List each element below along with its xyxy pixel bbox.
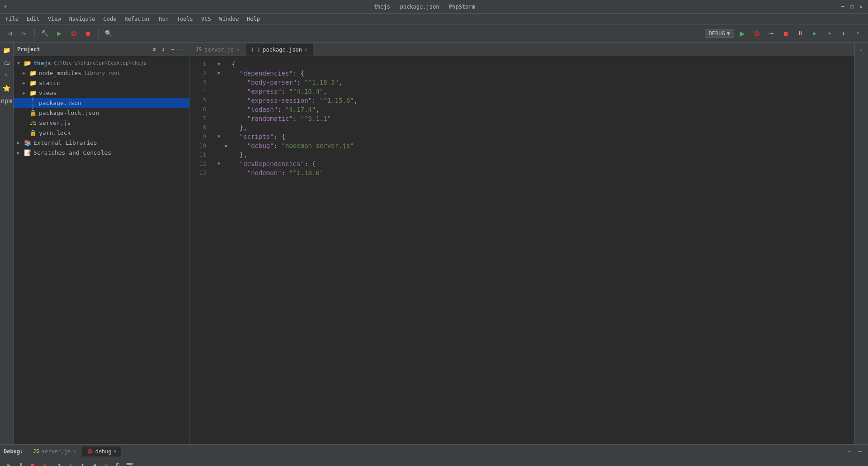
toolbar-search-button[interactable]: 🔍 [102, 27, 115, 40]
fold-1[interactable]: ▼ [217, 60, 225, 69]
debug-debug-button[interactable]: 🐞 [750, 27, 763, 40]
debug-tab-server-js[interactable]: JS server.js × [28, 447, 80, 456]
sidebar-npm-icon[interactable]: npm [1, 95, 13, 107]
debug-stop-button[interactable]: ■ [27, 460, 38, 466]
menu-item-vcs[interactable]: VCS [198, 15, 215, 23]
main-layout: 📁 🗂 ⑂ ⭐ npm Project ⚙ ↕ ⋯ ─ ▼ 📂 thejs C:… [0, 43, 868, 444]
code-editor[interactable]: ▼ { ▼ "dependencies": { "body-parser": "… [210, 56, 854, 444]
minimize-button[interactable]: ─ [839, 3, 846, 10]
views-arrow: ▶ [23, 90, 29, 95]
fold-2[interactable]: ▼ [217, 69, 225, 78]
menu-item-tools[interactable]: Tools [173, 15, 197, 23]
scratches-icon: 📝 [24, 149, 32, 156]
step-over-button[interactable]: ↷ [823, 27, 835, 40]
maximize-button[interactable]: □ [848, 3, 855, 10]
sidebar-structure-icon[interactable]: 🗂 [1, 57, 13, 69]
debug-step-out-button[interactable]: ↑ [77, 460, 88, 466]
sidebar-project-icon[interactable]: 📁 [1, 44, 13, 56]
file-tree-title: Project [17, 46, 150, 52]
tree-item-server-js[interactable]: JS server.js [14, 118, 189, 128]
code-text-1: { [232, 60, 236, 69]
run-10[interactable]: ▶ [225, 141, 232, 150]
tree-item-static[interactable]: ▶ 📁 static [14, 78, 189, 88]
toolbar-build-button[interactable]: 🔨 [38, 27, 51, 40]
menu-item-window[interactable]: Window [216, 15, 242, 23]
toolbar-debug-button[interactable]: 🐞 [67, 27, 80, 40]
debug-step-into-button[interactable]: ↓ [66, 460, 76, 466]
ext-libs-icon: 📚 [24, 139, 32, 146]
right-panel: ✓ [854, 43, 868, 444]
pause-button[interactable]: ⏸ [794, 27, 807, 40]
sidebar-vcs-icon[interactable]: ⑂ [1, 70, 13, 81]
code-line-2: ▼ "dependencies": { [217, 69, 854, 78]
debug-pause-button[interactable]: ⏸ [15, 460, 26, 466]
code-text-7: "randomatic": "^3.1.1" [232, 114, 331, 123]
tree-item-package-json[interactable]: { } package.json [14, 98, 189, 108]
debug-tab-server-js-close[interactable]: × [73, 449, 76, 454]
close-button[interactable]: × [857, 3, 864, 10]
toolbar-run-button[interactable]: ▶ [53, 27, 66, 40]
tab-server-js-icon: JS [196, 47, 202, 52]
server-js-name: server.js [39, 119, 71, 126]
file-tree-expand-button[interactable]: ↕ [159, 45, 168, 54]
tab-package-json-close[interactable]: × [305, 47, 307, 52]
code-text-13: "nodemon": "^1.18.6" [232, 168, 323, 177]
debug-run-to-cursor-button[interactable]: ⇥ [89, 460, 100, 466]
debug-camera-button[interactable]: 📷 [124, 460, 135, 466]
app-icon: ⚡ [4, 3, 7, 10]
line-num-4: 4 [190, 87, 206, 96]
line-num-3: 3 [190, 78, 206, 87]
debug-tab-debug[interactable]: 🐞 debug × [82, 447, 121, 456]
debug-minimize-button[interactable]: ─ [855, 447, 864, 456]
run-debug-button[interactable]: ▶ [736, 27, 749, 40]
toolbar-forward-button[interactable]: ▷ [18, 27, 31, 40]
debug-configuration[interactable]: DEBUG ▼ [705, 29, 734, 38]
tree-root[interactable]: ▼ 📂 thejs C:\Users\shinelon\Desktop\thej… [14, 58, 189, 68]
menu-item-code[interactable]: Code [100, 15, 120, 23]
fold-12[interactable]: ▼ [217, 159, 225, 168]
tab-package-json[interactable]: { } package.json × [245, 43, 313, 56]
views-icon: 📁 [29, 90, 37, 96]
menu-item-view[interactable]: View [44, 15, 65, 23]
toolbar-stop-button[interactable]: ■ [82, 27, 94, 40]
file-tree-gear-button[interactable]: ⋯ [168, 45, 177, 54]
editor-tabs: JS server.js × { } package.json × [190, 43, 854, 56]
line-num-7: 7 [190, 114, 206, 123]
menu-item-file[interactable]: File [2, 15, 22, 23]
step-out-button[interactable]: ↑ [852, 27, 864, 40]
debug-restart-button[interactable]: ↺ [39, 460, 50, 466]
sidebar-favorites-icon[interactable]: ⭐ [1, 82, 13, 94]
tab-server-js-close[interactable]: × [236, 47, 239, 52]
run-more-button[interactable]: ⋯ [765, 27, 778, 40]
debug-tab-debug-close[interactable]: × [114, 449, 117, 454]
views-name: views [39, 90, 57, 96]
fold-9[interactable]: ▼ [217, 132, 225, 141]
debug-step-over-button[interactable]: ↷ [54, 460, 65, 466]
right-panel-check-icon[interactable]: ✓ [856, 44, 867, 55]
root-arrow: ▼ [17, 61, 24, 66]
stop-button[interactable]: ■ [779, 27, 792, 40]
debug-evaluate-button[interactable]: ≡ [101, 460, 112, 466]
file-tree-settings-button[interactable]: ⚙ [150, 45, 159, 54]
tree-item-external-libraries[interactable]: ▶ 📚 External Libraries [14, 138, 189, 147]
tree-item-package-lock[interactable]: 🔒 package-lock.json [14, 108, 189, 118]
menu-item-run[interactable]: Run [155, 15, 172, 23]
menu-item-navigate[interactable]: Navigate [66, 15, 99, 23]
tree-item-yarn-lock[interactable]: 🔒 yarn.lock [14, 128, 189, 138]
tree-item-scratches[interactable]: ▶ 📝 Scratches and Consoles [14, 147, 189, 157]
debug-more-button[interactable]: ⋯ [844, 447, 854, 456]
step-into-button[interactable]: ↓ [837, 27, 850, 40]
file-tree-minimize-button[interactable]: ─ [177, 45, 186, 54]
toolbar-back-button[interactable]: ◁ [4, 27, 16, 40]
menu-item-help[interactable]: Help [243, 15, 264, 23]
tab-server-js[interactable]: JS server.js × [190, 43, 245, 56]
resume-button[interactable]: ▶ [808, 27, 821, 40]
menu-item-refactor[interactable]: Refactor [121, 15, 154, 23]
tree-item-node-modules[interactable]: ▶ 📁 node_modules library root [14, 68, 189, 78]
tree-item-views[interactable]: ▶ 📁 views [14, 88, 189, 98]
menu-item-edit[interactable]: Edit [23, 15, 43, 23]
toolbar-separator-2 [98, 29, 99, 38]
debug-frames-button[interactable]: ⊞ [113, 460, 123, 466]
tab-package-json-icon: { } [251, 47, 260, 52]
debug-resume-button[interactable]: ▶ [4, 460, 14, 466]
